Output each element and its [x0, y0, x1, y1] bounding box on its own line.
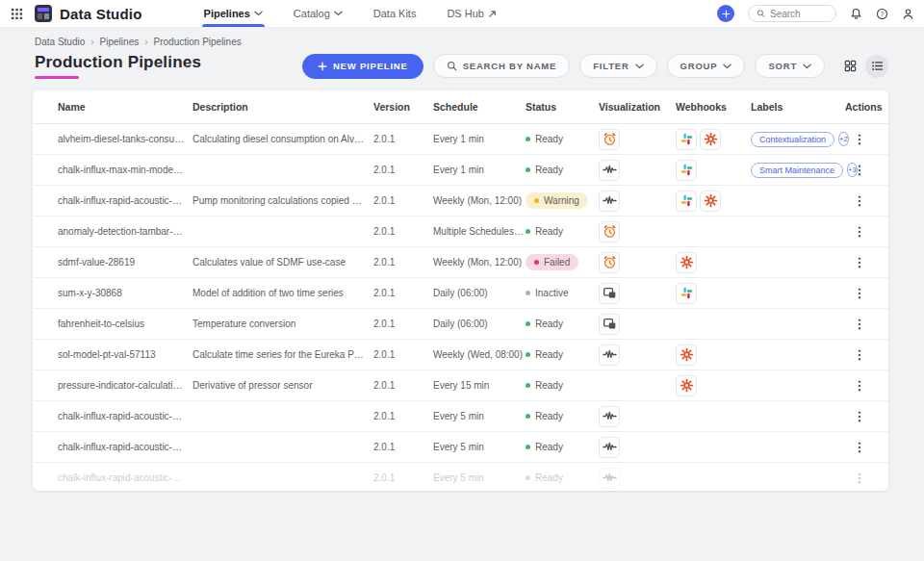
clock-visualization-icon[interactable] [599, 221, 620, 242]
list-view-icon[interactable] [865, 55, 888, 78]
slack-webhook-icon[interactable] [676, 283, 697, 304]
pipeline-schedule: Every 5 min [433, 442, 526, 452]
board-visualization-icon[interactable] [599, 314, 620, 335]
visualization-cell [599, 283, 676, 304]
board-visualization-icon[interactable] [599, 283, 620, 304]
column-header-version[interactable]: Version [373, 101, 433, 113]
waveform-visualization-icon[interactable] [599, 344, 620, 366]
gear-webhook-icon[interactable] [676, 344, 697, 366]
kebab-menu-icon[interactable] [849, 221, 870, 242]
search-input[interactable] [770, 9, 828, 19]
grid-view-icon[interactable] [838, 55, 861, 78]
slack-webhook-icon[interactable] [676, 160, 697, 181]
search-by-name-button[interactable]: Search by name [433, 54, 571, 78]
visualization-cell [599, 160, 676, 181]
pipeline-name: chalk-influx-rapid-acoustic-g16-79577 [33, 472, 192, 483]
column-header-labels[interactable]: Labels [751, 101, 845, 113]
breadcrumb-data-studio[interactable]: Data Studio [35, 37, 85, 47]
status-label: Ready [535, 349, 563, 360]
waveform-visualization-icon[interactable] [599, 160, 620, 181]
view-toggle [838, 55, 888, 78]
webhooks-cell [676, 252, 751, 273]
create-button[interactable] [717, 5, 734, 22]
slack-webhook-icon[interactable] [676, 191, 697, 212]
breadcrumb: Data Studio › Pipelines › Production Pip… [35, 37, 888, 47]
nav-catalog[interactable]: Catalog [282, 0, 354, 27]
column-header-description[interactable]: Description [192, 101, 373, 113]
webhooks-cell [676, 344, 751, 366]
kebab-menu-icon[interactable] [849, 406, 870, 427]
column-header-name[interactable]: Name [33, 101, 192, 113]
help-icon[interactable] [876, 8, 888, 20]
nav-ds-hub[interactable]: DS Hub [435, 0, 508, 27]
gear-webhook-icon[interactable] [676, 375, 697, 396]
status-label: Ready [535, 380, 563, 391]
kebab-menu-icon[interactable] [849, 344, 870, 366]
status-badge: Ready [526, 319, 599, 329]
waveform-visualization-icon[interactable] [599, 437, 620, 458]
waveform-visualization-icon[interactable] [599, 406, 620, 427]
actions-cell [845, 344, 888, 366]
gear-webhook-icon[interactable] [676, 252, 697, 273]
table-row[interactable]: sdmf-value-28619 Calculates value of SDM… [33, 247, 888, 278]
table-row[interactable]: alvheim-diesel-tanks-consumption-v0... C… [33, 124, 888, 155]
page-title: Production Pipelines [35, 53, 201, 72]
kebab-menu-icon[interactable] [849, 468, 870, 489]
kebab-menu-icon[interactable] [849, 160, 870, 181]
breadcrumb-pipelines[interactable]: Pipelines [100, 37, 140, 47]
column-header-visualization[interactable]: Visualization [599, 101, 676, 113]
status-badge: Ready [526, 380, 599, 391]
webhooks-cell [676, 283, 751, 304]
table-row[interactable]: chalk-influx-rapid-acoustic-g16-79577 2.… [33, 432, 888, 463]
pipeline-name: sol-model-pt-val-57113 [33, 349, 192, 360]
waveform-visualization-icon[interactable] [599, 191, 620, 212]
nav-data-kits[interactable]: Data Kits [362, 0, 428, 27]
new-pipeline-button[interactable]: New Pipeline [302, 54, 424, 79]
waveform-visualization-icon[interactable] [599, 468, 620, 489]
table-row[interactable]: chalk-influx-rapid-acoustic-g16-79577 2.… [33, 463, 888, 491]
filter-button[interactable]: Filter [579, 54, 656, 78]
pipeline-schedule: Multiple Schedules (3) [433, 226, 526, 237]
kebab-menu-icon[interactable] [849, 437, 870, 458]
kebab-menu-icon[interactable] [849, 283, 870, 304]
table-row[interactable]: chalk-influx-rapid-acoustic-g16-79577 2.… [33, 401, 888, 432]
profile-icon[interactable] [902, 8, 914, 20]
kebab-menu-icon[interactable] [849, 375, 870, 396]
status-dot [526, 383, 530, 388]
sort-button[interactable]: Sort [755, 54, 825, 78]
nav-pipelines[interactable]: Pipelines [192, 0, 274, 27]
clock-visualization-icon[interactable] [599, 129, 620, 150]
table-row[interactable]: fahrenheit-to-celsius Temperature conver… [33, 309, 888, 340]
pipeline-schedule: Daily (06:00) [433, 288, 526, 298]
column-header-schedule[interactable]: Schedule [433, 101, 526, 113]
pipeline-version: 2.0.1 [373, 195, 433, 206]
table-row[interactable]: anomaly-detection-tambar-23713 2.0.1 Mul… [33, 217, 888, 247]
app-logo[interactable] [35, 5, 52, 22]
table-row[interactable]: chalk-influx-rapid-acoustic-n7-25943 Pum… [33, 186, 888, 217]
status-badge: Ready [526, 134, 599, 144]
gear-webhook-icon[interactable] [700, 191, 721, 212]
clock-visualization-icon[interactable] [599, 252, 620, 273]
table-row[interactable]: pressure-indicator-calculation-70967 Der… [33, 370, 888, 401]
apps-grid-icon[interactable] [8, 5, 25, 22]
column-header-status[interactable]: Status [526, 101, 599, 113]
kebab-menu-icon[interactable] [849, 314, 870, 335]
kebab-menu-icon[interactable] [849, 129, 870, 150]
table-row[interactable]: chalk-influx-max-min-model-44-13 2.0.1 E… [33, 155, 888, 186]
visualization-cell [599, 221, 676, 242]
table-row[interactable]: sol-model-pt-val-57113 Calculate time se… [33, 340, 888, 370]
search-icon [447, 61, 457, 71]
kebab-menu-icon[interactable] [849, 191, 870, 212]
table-row[interactable]: sum-x-y-30868 Model of addition of two t… [33, 278, 888, 309]
top-app-bar: Data Studio Pipelines Catalog Data Kits … [0, 0, 924, 28]
kebab-menu-icon[interactable] [849, 252, 870, 273]
gear-webhook-icon[interactable] [700, 129, 721, 150]
slack-webhook-icon[interactable] [676, 129, 697, 150]
column-header-webhooks[interactable]: Webhooks [676, 101, 751, 113]
group-button[interactable]: Group [667, 54, 746, 78]
global-search[interactable] [748, 5, 836, 22]
pipeline-version: 2.0.1 [373, 288, 433, 298]
bell-icon[interactable] [850, 8, 862, 20]
title-underline [35, 76, 79, 79]
status-dot [526, 445, 530, 449]
